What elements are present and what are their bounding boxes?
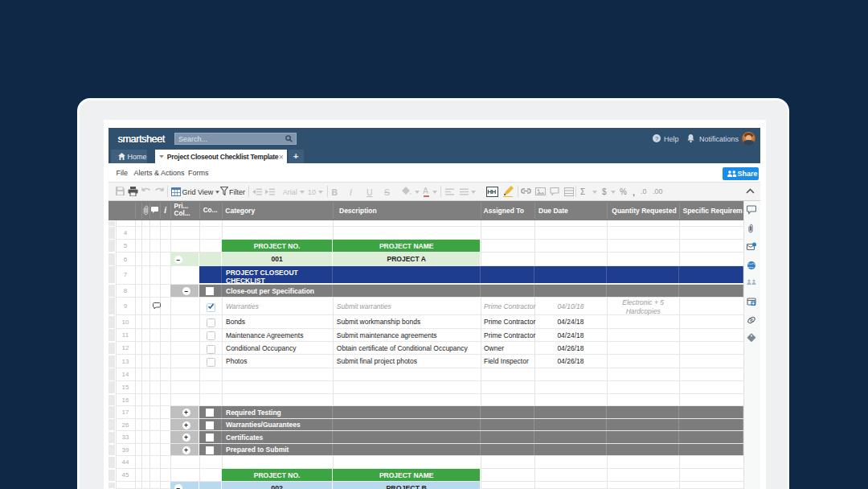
svg-text:?: ? xyxy=(655,135,658,142)
